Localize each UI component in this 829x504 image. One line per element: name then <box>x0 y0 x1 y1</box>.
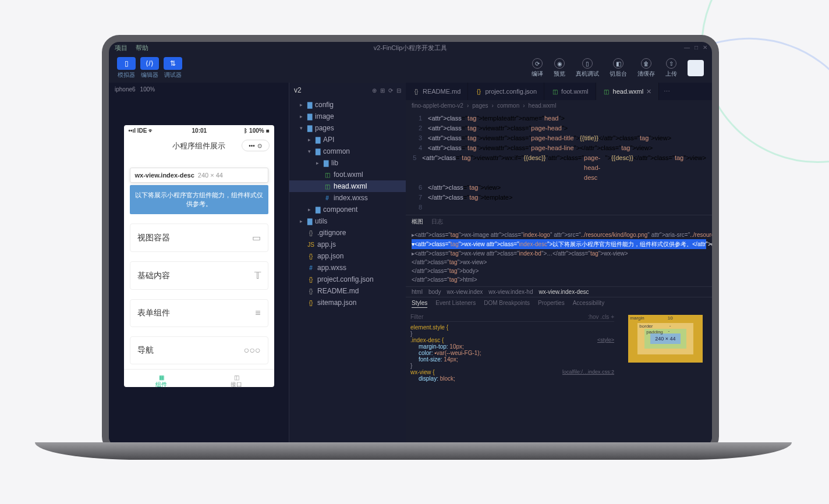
laptop-base <box>35 442 792 460</box>
code-editor[interactable]: 1<attr">class="tag">template attr">name=… <box>406 111 712 215</box>
debugger-toggle[interactable]: ⇅调试器 <box>164 57 182 79</box>
more-tabs[interactable]: ⋯ <box>659 83 675 100</box>
menu-project[interactable]: 项目 <box>115 44 127 52</box>
phone-mock: ••ıl IDE ᯤ 10:01 ᛒ 100% ■ 小程序组件展示 •••⊙ w… <box>124 125 274 387</box>
panel-tab[interactable]: Event Listeners <box>435 300 476 308</box>
new-file-icon: ⊕ <box>372 87 377 94</box>
file-icon: {} <box>475 88 482 95</box>
nav-icon: ○○○ <box>244 345 261 356</box>
folder-icon: ▇ <box>316 148 320 155</box>
text-icon: 𝕋 <box>254 270 261 281</box>
file-icon: ◫ <box>603 88 610 95</box>
folder-item[interactable]: ▸▇API <box>289 134 406 145</box>
tab-api[interactable]: ◫接口 <box>199 370 274 393</box>
upload-button[interactable]: ⇧上传 <box>665 58 677 78</box>
file-item[interactable]: {}sitemap.json <box>289 297 406 308</box>
grid-icon: ▦ <box>129 374 194 381</box>
decorative-curve <box>701 0 829 163</box>
folder-icon: ▇ <box>316 206 320 214</box>
phone-title: 小程序组件展示 •••⊙ <box>124 136 274 156</box>
list-item[interactable]: 视图容器▭ <box>130 223 268 252</box>
simulator-toggle[interactable]: ▯模拟器 <box>117 57 136 79</box>
file-item[interactable]: {}app.json <box>289 250 406 262</box>
dom-inspector[interactable]: ▸<attr">class="tag">wx-image attr">class… <box>406 228 712 286</box>
folder-icon: ▇ <box>307 125 312 132</box>
filter-input[interactable]: Filter <box>410 314 423 320</box>
folder-item[interactable]: ▸▇utils <box>289 215 406 227</box>
file-icon: # <box>324 195 331 201</box>
editor-tabs: {}README.md{}project.config.json◫foot.wx… <box>406 83 712 100</box>
collapse-icon: ⊟ <box>396 87 401 94</box>
ide-window: v2-FinClip小程序开发工具 —□✕ 项目 帮助 ▯模拟器 ⟨/⟩编辑器 … <box>109 42 712 447</box>
editor-tab[interactable]: {}project.config.json <box>468 83 544 100</box>
laptop-frame: v2-FinClip小程序开发工具 —□✕ 项目 帮助 ▯模拟器 ⟨/⟩编辑器 … <box>102 35 719 454</box>
editor-area: {}README.md{}project.config.json◫foot.wx… <box>406 83 712 447</box>
remote-debug-button[interactable]: ▯真机调试 <box>576 58 599 78</box>
file-icon: {} <box>413 88 420 95</box>
folder-item[interactable]: ▸▇config <box>289 99 406 111</box>
styles-panel[interactable]: Filter :hov .cls + element.style {}.inde… <box>406 310 619 447</box>
file-item[interactable]: {}README.md <box>289 285 406 297</box>
menu-help[interactable]: 帮助 <box>136 44 148 52</box>
devtools-panels: StylesEvent ListenersDOM BreakpointsProp… <box>406 297 712 310</box>
file-icon: ◫ <box>551 88 558 95</box>
api-icon: ◫ <box>204 374 270 381</box>
tab-components[interactable]: ▦组件 <box>124 370 199 393</box>
file-item[interactable]: JSapp.js <box>289 239 406 250</box>
file-explorer: v2 ⊕⊞⟳⊟ ▸▇config▸▇image▾▇pages▸▇API▾▇com… <box>289 83 406 447</box>
element-tooltip: wx-view.index-desc240 × 44 <box>130 168 268 183</box>
new-folder-icon: ⊞ <box>380 87 385 94</box>
compile-button[interactable]: ⟳编译 <box>532 58 543 78</box>
clear-cache-button[interactable]: 🗑清缓存 <box>637 58 655 78</box>
editor-tab[interactable]: ◫foot.wxml <box>544 83 596 100</box>
breadcrumb[interactable]: fino-applet-demo-v2›pages›common›head.wx… <box>406 100 712 111</box>
file-item[interactable]: {}.gitignore <box>289 227 406 239</box>
file-icon: {} <box>307 253 314 260</box>
window-controls[interactable]: —□✕ <box>684 44 707 51</box>
file-item[interactable]: ◫head.wxml <box>289 180 406 192</box>
dt-tab[interactable]: 日志 <box>431 218 443 226</box>
explorer-header: v2 ⊕⊞⟳⊟ <box>289 83 406 98</box>
editor-tab[interactable]: ◫head.wxml✕ <box>596 83 660 100</box>
simulator-panel: iphone6100% ••ıl IDE ᯤ 10:01 ᛒ 100% ■ 小程… <box>109 83 289 447</box>
refresh-icon: ⟳ <box>388 87 393 94</box>
simulator-header: iphone6100% <box>109 83 289 96</box>
close-icon[interactable]: ✕ <box>646 88 651 95</box>
list-item[interactable]: 基础内容𝕋 <box>130 261 268 290</box>
file-item[interactable]: {}project.config.json <box>289 274 406 285</box>
folder-icon: ▇ <box>307 218 312 225</box>
file-icon: {} <box>307 276 314 283</box>
folder-item[interactable]: ▸▇image <box>289 111 406 122</box>
background-button[interactable]: ◧切后台 <box>610 58 627 78</box>
editor-tab[interactable]: {}README.md <box>406 83 468 100</box>
panel-tab[interactable]: Accessibility <box>573 300 604 308</box>
list-item[interactable]: 表单组件≡ <box>130 299 268 327</box>
phone-statusbar: ••ıl IDE ᯤ 10:01 ᛒ 100% ■ <box>124 125 274 136</box>
file-item[interactable]: #index.wxss <box>289 192 406 204</box>
file-tree: ▸▇config▸▇image▾▇pages▸▇API▾▇common▸▇lib… <box>289 98 406 310</box>
panel-tab[interactable]: Properties <box>538 300 565 308</box>
highlighted-element: 以下将展示小程序官方组件能力，组件样式仅供参考。 <box>130 185 268 214</box>
file-item[interactable]: #app.wxss <box>289 262 406 274</box>
folder-item[interactable]: ▾▇pages <box>289 122 406 134</box>
preview-button[interactable]: ◉预览 <box>554 58 565 78</box>
filter-controls[interactable]: :hov .cls + <box>588 314 614 320</box>
folder-item[interactable]: ▸▇lib <box>289 157 406 169</box>
file-icon: {} <box>307 288 314 294</box>
folder-item[interactable]: ▾▇common <box>289 145 406 157</box>
folder-icon: ▇ <box>307 113 312 120</box>
folder-icon: ▇ <box>307 101 312 109</box>
list-item[interactable]: 导航○○○ <box>130 336 268 364</box>
editor-toggle[interactable]: ⟨/⟩编辑器 <box>140 57 159 79</box>
folder-item[interactable]: ▸▇component <box>289 204 406 215</box>
devtools: 概图 日志 ▸<attr">class="tag">wx-image attr"… <box>406 215 712 447</box>
explorer-actions[interactable]: ⊕⊞⟳⊟ <box>372 87 401 94</box>
file-item[interactable]: ◫foot.wxml <box>289 169 406 180</box>
folder-icon: ▇ <box>316 136 320 144</box>
dom-breadcrumb[interactable]: htmlbodywx-view.indexwx-view.index-hdwx-… <box>406 286 712 297</box>
panel-tab[interactable]: Styles <box>412 300 427 308</box>
capsule-button[interactable]: •••⊙ <box>242 140 270 151</box>
dt-tab[interactable]: 概图 <box>412 218 423 226</box>
avatar[interactable] <box>688 60 704 76</box>
panel-tab[interactable]: DOM Breakpoints <box>484 300 530 308</box>
